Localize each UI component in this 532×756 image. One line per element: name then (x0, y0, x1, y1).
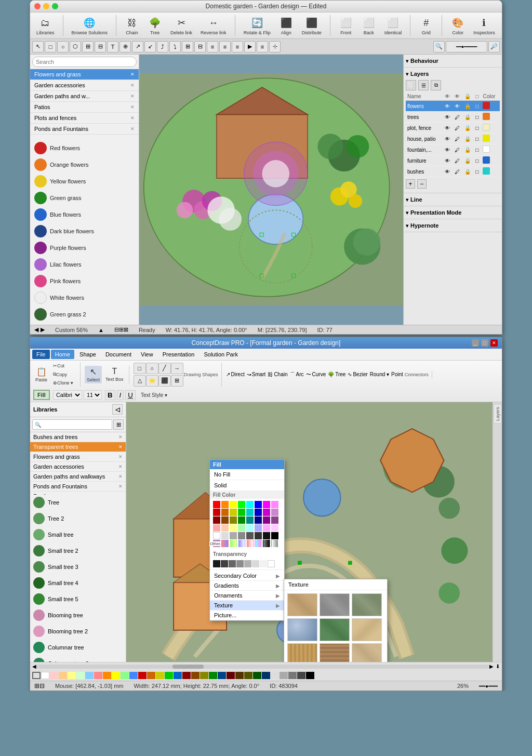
zoom-up-btn[interactable]: ▲ (98, 327, 104, 333)
color-darkorange[interactable] (221, 509, 229, 516)
trans-cell[interactable] (229, 560, 236, 567)
t10[interactable]: ≡ (219, 41, 231, 52)
swatch-17[interactable] (191, 672, 200, 679)
trans-cell[interactable] (221, 560, 228, 567)
chain-btn[interactable]: ⛓ Chain (123, 15, 141, 36)
color-gray[interactable] (230, 532, 237, 539)
list-item[interactable]: Dark blue flowers (32, 223, 137, 240)
t7[interactable]: ⊞ (182, 41, 193, 52)
cat-patios[interactable]: Patios ✕ (30, 102, 139, 113)
lib-cat-garden-acc[interactable]: Garden accessories ✕ (30, 462, 126, 472)
color-pink[interactable] (271, 501, 278, 508)
color-lightpink[interactable] (213, 524, 220, 532)
swatch-7[interactable] (103, 672, 111, 679)
oval-tool[interactable]: ○ (57, 41, 69, 52)
texture-1[interactable] (287, 593, 317, 616)
grad5[interactable] (255, 540, 262, 547)
back-btn[interactable]: ⬜ Back (360, 15, 378, 36)
list-item[interactable]: White flowers (32, 289, 137, 306)
picture-menu[interactable]: Picture... (210, 611, 284, 620)
trans-cell[interactable] (236, 560, 244, 567)
fill-btn[interactable]: Fill (33, 390, 50, 400)
swatch-15[interactable] (174, 672, 182, 679)
lib-cat-flowers[interactable]: Flowers and grass ✕ (30, 452, 126, 462)
list-item[interactable]: Pink flowers (32, 273, 137, 289)
no-color-swatch[interactable] (32, 672, 41, 679)
list-item[interactable]: Lilac flowers (32, 256, 137, 273)
color-darkyellow[interactable] (230, 509, 237, 516)
trans-cell[interactable] (252, 560, 259, 567)
libs-grid-btn[interactable]: ⊞ (113, 419, 124, 430)
minimize-button[interactable] (43, 3, 49, 9)
layer-row[interactable]: bushes 👁 🖊 🔒 □ (406, 166, 500, 177)
color-lightgreen[interactable] (238, 524, 245, 532)
scroll-right[interactable]: ▶ (489, 664, 494, 669)
color-darkgray[interactable] (246, 532, 254, 539)
canvas-area[interactable] (139, 55, 403, 325)
swatch-8[interactable] (112, 672, 120, 679)
libs-search-input[interactable] (32, 419, 112, 430)
menu-solution-park[interactable]: Solution Park (200, 350, 242, 359)
color-yellow[interactable] (230, 501, 237, 508)
ornaments-menu[interactable]: Ornaments ▶ (210, 591, 284, 601)
browse-solutions-btn[interactable]: 🌐 Browse Solutions (70, 15, 110, 36)
lib-item-columnar2[interactable]: Columnar tree 2 (30, 656, 126, 662)
t12[interactable]: ▶ (244, 41, 256, 52)
swatch-25[interactable] (262, 672, 270, 679)
select-tool[interactable]: ↖ (32, 41, 44, 52)
delete-link-btn[interactable]: ✂ Delete link (168, 15, 194, 36)
color-verydarkgray[interactable] (255, 532, 262, 539)
list-item[interactable]: Orange flowers (32, 156, 137, 173)
restore-btn[interactable]: □ (481, 339, 488, 347)
line-title[interactable]: Line (406, 195, 500, 204)
t13[interactable]: ≡ (257, 41, 268, 52)
draw-arrow[interactable]: → (171, 363, 183, 374)
other-color-btn[interactable]: Other... (213, 540, 220, 547)
color-midgray[interactable] (238, 532, 245, 539)
color-olive[interactable] (230, 516, 237, 524)
scroll-left-btn[interactable]: ◀ (34, 326, 38, 333)
color-btn[interactable]: 🎨 Color (448, 15, 467, 36)
swatch-3[interactable] (68, 672, 76, 679)
color-brown[interactable] (221, 516, 229, 524)
lib-item-small-tree3[interactable]: Small tree 3 (30, 559, 126, 575)
draw-more[interactable]: ⊞ (171, 375, 183, 387)
secondary-color-menu[interactable]: Secondary Color ▶ (210, 571, 284, 581)
color-darkcyan[interactable] (246, 509, 254, 516)
layers-tab[interactable]: Layers (494, 404, 502, 423)
color-lightblue[interactable] (255, 524, 262, 532)
lib-item-blooming[interactable]: Blooming tree (30, 607, 126, 624)
libs-collapse-btn[interactable]: ◁ (112, 404, 123, 415)
color-darkred[interactable] (213, 509, 220, 516)
list-item[interactable]: Green grass 2 (32, 306, 137, 323)
grad3[interactable] (238, 540, 245, 547)
search-input[interactable] (32, 57, 137, 67)
swatch-16[interactable] (182, 672, 191, 679)
color-forestgreen[interactable] (238, 516, 245, 524)
layer-row[interactable]: plot, fence 👁 🖊 🔒 □ (406, 123, 500, 134)
color-teal[interactable] (246, 516, 254, 524)
zoom-in-btn[interactable]: 🔎 (488, 41, 500, 52)
swatch-19[interactable] (209, 672, 217, 679)
lib-item-columnar[interactable]: Columnar tree (30, 640, 126, 656)
swatch-1[interactable] (50, 672, 58, 679)
list-item[interactable]: Green grass (32, 190, 137, 206)
texture-7[interactable] (287, 643, 317, 662)
draw-poly[interactable]: △ (134, 375, 146, 387)
color-blue[interactable] (255, 501, 262, 508)
lib-cat-transparent[interactable]: Transparent trees ✕ (30, 442, 126, 452)
color-peach[interactable] (221, 524, 229, 532)
grid-tool[interactable]: ⊟ (95, 41, 106, 52)
lib-item-small-tree4[interactable]: Small tree 4 (30, 575, 126, 591)
t6[interactable]: ⤵ (169, 41, 181, 52)
bottom-canvas-wrap[interactable]: Fill No Fill Solid Fill Color (126, 402, 502, 662)
underline-btn[interactable]: U (125, 390, 136, 400)
t3[interactable]: ↗ (132, 41, 143, 52)
color-black[interactable] (271, 532, 278, 539)
grad6[interactable] (263, 540, 270, 547)
t2[interactable]: ⊕ (119, 41, 131, 52)
texture-3[interactable] (352, 593, 382, 616)
color-almostblack[interactable] (263, 532, 270, 539)
swatch-23[interactable] (244, 672, 252, 679)
color-verydarkred[interactable] (213, 516, 220, 524)
